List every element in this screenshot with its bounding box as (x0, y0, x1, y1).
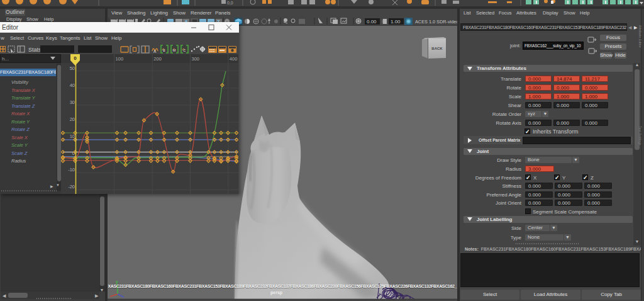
svg-text:40: 40 (70, 82, 75, 88)
svg-text:10: 10 (70, 133, 75, 139)
svg-text:M: M (173, 48, 176, 52)
svg-text:30: 30 (70, 99, 75, 105)
svg-text:200: 200 (153, 56, 162, 62)
svg-text:100: 100 (116, 56, 124, 62)
svg-text:ACES 1.0 SDR-video: ACES 1.0 SDR-video (415, 19, 457, 25)
svg-text:C: C (183, 48, 186, 52)
svg-text:-10: -10 (68, 167, 75, 173)
svg-text:0.00: 0.00 (367, 19, 377, 25)
svg-text:0,0: 0,0 (227, 1, 233, 5)
svg-text:BACK: BACK (431, 47, 443, 50)
svg-text:0: 0 (74, 55, 77, 61)
svg-text:400: 400 (230, 56, 238, 62)
svg-text:1.00: 1.00 (391, 19, 401, 25)
svg-text:E: E (163, 48, 165, 52)
svg-text:-20: -20 (68, 184, 75, 190)
svg-text:50: 50 (70, 65, 75, 71)
svg-text:A: A (153, 49, 157, 54)
svg-text:300: 300 (192, 56, 200, 62)
svg-text:Stats: Stats (28, 47, 42, 53)
svg-text:20: 20 (70, 116, 75, 122)
